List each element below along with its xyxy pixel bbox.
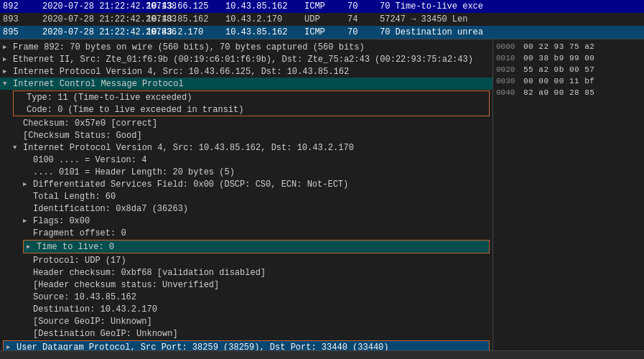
- col-time: 2020-07-28 21:22:42.207138: [42, 1, 146, 11]
- detail-ip2-flags-text: Flags: 0x00: [33, 216, 90, 226]
- detail-ip2-proto-text: Protocol: UDP (17): [33, 256, 126, 266]
- detail-row-ip2-totlen[interactable]: Total Length: 60: [0, 190, 493, 202]
- detail-ethernet-text: Ethernet II, Src: Zte_01:f6:9b (00:19:c6…: [13, 55, 473, 65]
- packet-row-893[interactable]: 893 2020-07-28 21:22:42.207183 10.43.85.…: [0, 13, 644, 26]
- detail-ip2-ver-text: 0100 .... = Version: 4: [33, 155, 146, 165]
- col-dst: 10.43.85.162: [225, 1, 304, 11]
- hex-bytes: 00 22 93 75 a2: [523, 42, 641, 51]
- hex-row-0040: 0040 82 a0 00 28 85: [496, 87, 641, 98]
- col-len: 74: [347, 14, 380, 24]
- udp-box: ▶ User Datagram Protocol, Src Port: 3825…: [3, 340, 490, 350]
- detail-ip2-ident-text: Identification: 0x8da7 (36263): [33, 204, 188, 214]
- bottom-bar: [0, 350, 644, 359]
- expand-icmp-icon: ▼: [3, 80, 11, 88]
- detail-ip2-srcgeo-text: [Source GeoIP: Unknown]: [33, 317, 152, 327]
- detail-icmp-text: Internet Control Message Protocol: [13, 79, 184, 89]
- col-len: 70: [347, 27, 380, 37]
- hex-offset: 0020: [496, 65, 523, 74]
- detail-ip2-src-text: Source: 10.43.85.162: [33, 292, 136, 302]
- col-src: 10.43.66.125: [146, 1, 225, 11]
- hex-offset: 0030: [496, 77, 523, 85]
- detail-row-ip2-hdrckst[interactable]: [Header checksum status: Unverified]: [0, 279, 493, 291]
- detail-row-ethernet[interactable]: ▶ Ethernet II, Src: Zte_01:f6:9b (00:19:…: [0, 53, 493, 65]
- hex-bytes: 00 38 b9 99 00: [523, 54, 641, 62]
- detail-row-checksum[interactable]: Checksum: 0x57e0 [correct]: [0, 117, 493, 129]
- detail-ip2-text: Internet Protocol Version 4, Src: 10.43.…: [23, 143, 354, 153]
- hex-bytes: 82 a0 00 28 85: [523, 88, 641, 97]
- detail-icmp-type-text: Type: 11 (Time-to-live exceeded): [27, 93, 192, 103]
- detail-checksum-status-text: [Checksum Status: Good]: [23, 131, 142, 141]
- col-proto: ICMP: [304, 1, 347, 11]
- detail-row-ip2-dstgeo[interactable]: [Destination GeoIP: Unknown]: [0, 327, 493, 340]
- detail-ip2-dstgeo-text: [Destination GeoIP: Unknown]: [33, 329, 178, 339]
- detail-row-ip2-hdrck[interactable]: Header checksum: 0xbf68 [validation disa…: [0, 266, 493, 279]
- detail-row-ip2[interactable]: ▼ Internet Protocol Version 4, Src: 10.4…: [0, 141, 493, 154]
- col-info: 57247 → 33450 Len: [380, 14, 641, 24]
- detail-ip2-hdrckst-text: [Header checksum status: Unverified]: [33, 280, 219, 290]
- detail-ip2-frag-text: Fragment offset: 0: [33, 228, 126, 238]
- col-no: 895: [3, 27, 42, 37]
- detail-row-ip2-ident[interactable]: Identification: 0x8da7 (36263): [0, 202, 493, 215]
- col-dst: 10.43.85.162: [225, 27, 304, 37]
- detail-ip-text: Internet Protocol Version 4, Src: 10.43.…: [13, 67, 349, 77]
- hex-offset: 0000: [496, 42, 523, 51]
- detail-ip2-dsf-text: Differentiated Services Field: 0x00 (DSC…: [33, 180, 348, 190]
- detail-checksum-text: Checksum: 0x57e0 [correct]: [23, 118, 157, 129]
- hex-row-0000: 0000 00 22 93 75 a2: [496, 41, 641, 52]
- detail-ip2-dst-text: Destination: 10.43.2.170: [33, 304, 157, 314]
- detail-row-icmp[interactable]: ▼ Internet Control Message Protocol: [0, 78, 493, 90]
- col-proto: ICMP: [304, 27, 347, 37]
- col-dst: 10.43.2.170: [225, 14, 304, 24]
- detail-frame-text: Frame 892: 70 bytes on wire (560 bits), …: [13, 42, 365, 52]
- detail-row-icmp-type[interactable]: Type: 11 (Time-to-live exceeded): [14, 91, 489, 103]
- expand-flags-icon: ▶: [23, 217, 32, 225]
- expand-udp-icon: ▶: [6, 343, 15, 350]
- detail-row-ip2-dsf[interactable]: ▶ Differentiated Services Field: 0x00 (D…: [0, 178, 493, 190]
- detail-ip2-totlen-text: Total Length: 60: [33, 192, 116, 202]
- detail-row-ip2-srcgeo[interactable]: [Source GeoIP: Unknown]: [0, 315, 493, 327]
- detail-row-ip[interactable]: ▶ Internet Protocol Version 4, Src: 10.4…: [0, 65, 493, 78]
- detail-row-ip2-hdr[interactable]: .... 0101 = Header Length: 20 bytes (5): [0, 166, 493, 178]
- col-time: 2020-07-28 21:22:42.207836: [42, 27, 146, 37]
- detail-row-ip2-ttl[interactable]: ▶ Time to live: 0: [24, 241, 489, 253]
- col-src: 10.43.85.162: [146, 14, 225, 24]
- hex-offset: 0010: [496, 54, 523, 62]
- col-len: 70: [347, 1, 380, 11]
- detail-ip2-ttl-text: Time to live: 0: [37, 242, 114, 252]
- expand-ttl-icon: ▶: [27, 243, 35, 251]
- detail-row-ip2-ver[interactable]: 0100 .... = Version: 4: [0, 154, 493, 166]
- expand-dsf-icon: ▶: [23, 180, 32, 188]
- col-time: 2020-07-28 21:22:42.207183: [42, 14, 146, 24]
- icmp-type-code-box: Type: 11 (Time-to-live exceeded) Code: 0…: [13, 90, 490, 116]
- expand-frame-icon: ▶: [3, 43, 11, 51]
- expand-ethernet-icon: ▶: [3, 55, 11, 63]
- col-no: 893: [3, 14, 42, 24]
- detail-row-udp[interactable]: ▶ User Datagram Protocol, Src Port: 3825…: [4, 341, 489, 350]
- hex-bytes: 00 00 00 11 bf: [523, 77, 641, 85]
- detail-row-ip2-frag[interactable]: Fragment offset: 0: [0, 227, 493, 239]
- detail-ip2-hdrck-text: Header checksum: 0xbf68 [validation disa…: [33, 268, 266, 278]
- detail-row-icmp-code[interactable]: Code: 0 (Time to live exceeded in transi…: [14, 103, 489, 116]
- col-info: 70 Time-to-live exce: [380, 1, 641, 11]
- detail-ip2-hdr-text: .... 0101 = Header Length: 20 bytes (5): [33, 167, 235, 177]
- col-src: 10.43.2.170: [146, 27, 225, 37]
- detail-panel: ▶ Frame 892: 70 bytes on wire (560 bits)…: [0, 39, 493, 350]
- packet-row-892-icmp[interactable]: 892 2020-07-28 21:22:42.207138 10.43.66.…: [0, 0, 644, 13]
- detail-row-checksum-status[interactable]: [Checksum Status: Good]: [0, 129, 493, 141]
- ttl-box: ▶ Time to live: 0: [23, 240, 490, 253]
- hex-panel: 0000 00 22 93 75 a2 0010 00 38 b9 99 00 …: [493, 39, 644, 350]
- expand-ip2-icon: ▼: [13, 144, 22, 151]
- hex-row-0010: 0010 00 38 b9 99 00: [496, 52, 641, 64]
- detail-icmp-code-text: Code: 0 (Time to live exceeded in transi…: [27, 105, 243, 115]
- detail-row-ip2-proto[interactable]: Protocol: UDP (17): [0, 254, 493, 266]
- detail-row-ip2-dst[interactable]: Destination: 10.43.2.170: [0, 303, 493, 315]
- col-info: 70 Destination unrea: [380, 27, 641, 37]
- expand-ip-icon: ▶: [3, 67, 11, 75]
- hex-row-0030: 0030 00 00 00 11 bf: [496, 75, 641, 87]
- detail-row-ip2-src[interactable]: Source: 10.43.85.162: [0, 291, 493, 303]
- detail-row-ip2-flags[interactable]: ▶ Flags: 0x00: [0, 215, 493, 227]
- detail-row-frame[interactable]: ▶ Frame 892: 70 bytes on wire (560 bits)…: [0, 41, 493, 53]
- hex-bytes: 55 a2 0b 00 57: [523, 65, 641, 74]
- col-proto: UDP: [304, 14, 347, 24]
- packet-row-895[interactable]: 895 2020-07-28 21:22:42.207836 10.43.2.1…: [0, 26, 644, 39]
